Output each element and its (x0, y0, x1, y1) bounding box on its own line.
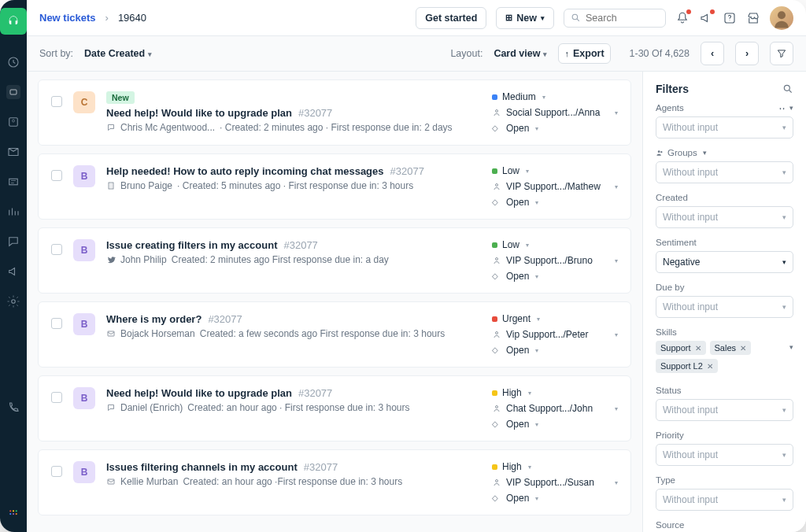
ticket-card[interactable]: B Where is my order? #32077 Bojack Horse… (38, 301, 631, 368)
ticket-group[interactable]: Chat Support.../John▾ (492, 403, 618, 414)
nav-contacts-icon[interactable] (6, 115, 20, 129)
ticket-status[interactable]: ◇Open▾ (492, 419, 618, 430)
filter-type-select[interactable]: Without input▾ (656, 489, 793, 511)
filter-agents-select[interactable]: Without input▾ (656, 116, 793, 139)
prev-page-button[interactable]: ‹ (701, 42, 724, 65)
filter-status-select[interactable]: Without input▾ (656, 399, 793, 421)
filter-dueby-select[interactable]: Without input▾ (656, 296, 793, 318)
megaphone-icon[interactable] (699, 11, 713, 25)
skill-chip[interactable]: Support✕ (656, 341, 706, 355)
new-button[interactable]: ⊞New▾ (496, 7, 554, 29)
filter-toggle-button[interactable] (770, 42, 793, 65)
ticket-card[interactable]: B Issues filtering channels in my accoun… (38, 449, 631, 515)
left-nav-sidebar (0, 0, 27, 532)
ticket-checkbox[interactable] (51, 96, 62, 107)
help-icon[interactable] (723, 11, 737, 25)
filter-sentiment-select[interactable]: Negative▾ (656, 251, 793, 273)
user-avatar[interactable] (770, 6, 793, 30)
ticket-priority[interactable]: High▾ (492, 387, 618, 398)
skill-chip[interactable]: Sales✕ (710, 341, 752, 355)
ticket-checkbox[interactable] (51, 170, 62, 181)
sort-dropdown[interactable]: Date Created (84, 48, 152, 59)
svg-rect-16 (109, 183, 113, 189)
svg-point-11 (16, 513, 17, 515)
export-button[interactable]: ↑Export (558, 43, 610, 64)
ticket-priority[interactable]: Medium▾ (492, 91, 618, 102)
app-logo[interactable] (0, 8, 27, 35)
ticket-priority[interactable]: High▾ (492, 461, 618, 472)
ticket-card[interactable]: B Need help! Would like to upgrade plan … (38, 375, 631, 441)
ticket-group[interactable]: VIP Support.../Bruno▾ (492, 255, 618, 266)
filter-sentiment-label: Sentiment (656, 238, 793, 247)
svg-point-7 (13, 510, 14, 512)
nav-dashboard-icon[interactable] (6, 55, 20, 69)
svg-point-24 (784, 85, 789, 91)
ticket-card[interactable]: C New Need help! Would like to upgrade p… (38, 79, 631, 146)
channel-icon (106, 477, 116, 486)
ticket-checkbox[interactable] (51, 244, 62, 255)
get-started-button[interactable]: Get started (416, 7, 486, 29)
pagination-text: 1-30 Of 4,628 (630, 48, 690, 59)
filter-created-select[interactable]: Without input▾ (656, 206, 793, 228)
nav-chat-icon[interactable] (6, 235, 20, 249)
chip-remove-icon[interactable]: ✕ (695, 344, 701, 353)
nav-analytics-icon[interactable] (6, 205, 20, 219)
page-header: New tickets › 19640 Get started ⊞New▾ (27, 0, 806, 36)
ticket-card[interactable]: B Help needed! How to auto reply incomin… (38, 153, 631, 220)
list-toolbar: Sort by: Date Created Layout: Card view … (27, 36, 806, 72)
nav-announce-icon[interactable] (6, 264, 20, 279)
svg-point-10 (13, 513, 14, 515)
ticket-group[interactable]: VIP Support.../Mathew▾ (492, 181, 618, 192)
marketplace-icon[interactable] (746, 11, 760, 25)
nav-apps-icon[interactable] (6, 507, 20, 521)
svg-rect-1 (10, 90, 17, 94)
chip-remove-icon[interactable]: ✕ (740, 344, 746, 353)
filter-agents-label: Agents▾ (656, 103, 793, 113)
ticket-group[interactable]: Social Support.../Anna▾ (492, 107, 618, 118)
bell-icon[interactable] (675, 11, 690, 25)
filter-status-label: Status (656, 386, 793, 395)
nav-tickets-icon[interactable] (6, 85, 20, 99)
ticket-status[interactable]: ◇Open▾ (492, 123, 618, 134)
ticket-meta: Created: a few seconds ago First respons… (200, 328, 446, 339)
filter-groups-select[interactable]: Without input▾ (656, 161, 793, 183)
ticket-checkbox[interactable] (51, 466, 62, 477)
ticket-meta: Created: an hour ago ·First response due… (183, 476, 402, 487)
ticket-meta: · Created: 5 minutes ago · First respons… (177, 180, 413, 191)
ticket-priority[interactable]: Urgent▾ (492, 313, 618, 324)
svg-point-5 (12, 300, 16, 304)
search-input[interactable] (586, 13, 656, 24)
ticket-status[interactable]: ◇Open▾ (492, 271, 618, 282)
ticket-group[interactable]: Vip Support.../Peter▾ (492, 329, 618, 340)
ticket-checkbox[interactable] (51, 392, 62, 403)
ticket-id: #32077 (283, 239, 317, 251)
svg-point-14 (778, 11, 786, 19)
nav-settings-icon[interactable] (6, 294, 20, 308)
nav-phone-icon[interactable] (6, 401, 20, 415)
ticket-id: #32077 (298, 387, 332, 399)
chip-remove-icon[interactable]: ✕ (707, 362, 713, 371)
layout-dropdown[interactable]: Card view (494, 48, 547, 59)
ticket-card[interactable]: B Issue creating filters in my account #… (38, 227, 631, 294)
layout-label: Layout: (450, 48, 482, 59)
ticket-group[interactable]: VIP Support.../Susan▾ (492, 477, 618, 488)
ticket-id: #32077 (208, 313, 242, 325)
svg-point-3 (13, 120, 15, 122)
ticket-priority[interactable]: Low▾ (492, 239, 618, 250)
ticket-avatar: B (73, 313, 95, 335)
ticket-status[interactable]: ◇Open▾ (492, 197, 618, 208)
skill-chip[interactable]: Support L2✕ (656, 359, 718, 373)
ticket-priority[interactable]: Low▾ (492, 165, 618, 176)
nav-forums-icon[interactable] (6, 175, 20, 189)
ticket-status[interactable]: ◇Open▾ (492, 493, 618, 504)
ticket-status[interactable]: ◇Open▾ (492, 345, 618, 356)
search-icon[interactable] (782, 83, 793, 94)
next-page-button[interactable]: › (735, 42, 759, 65)
ticket-checkbox[interactable] (51, 318, 62, 329)
filter-priority-select[interactable]: Without input▾ (656, 444, 793, 466)
svg-point-12 (572, 14, 578, 20)
search-box[interactable] (564, 9, 666, 28)
nav-solutions-icon[interactable] (6, 145, 20, 159)
filters-panel: Filters Agents▾ Without input▾ Groups▾ W… (642, 72, 806, 532)
breadcrumb-root[interactable]: New tickets (39, 12, 96, 24)
